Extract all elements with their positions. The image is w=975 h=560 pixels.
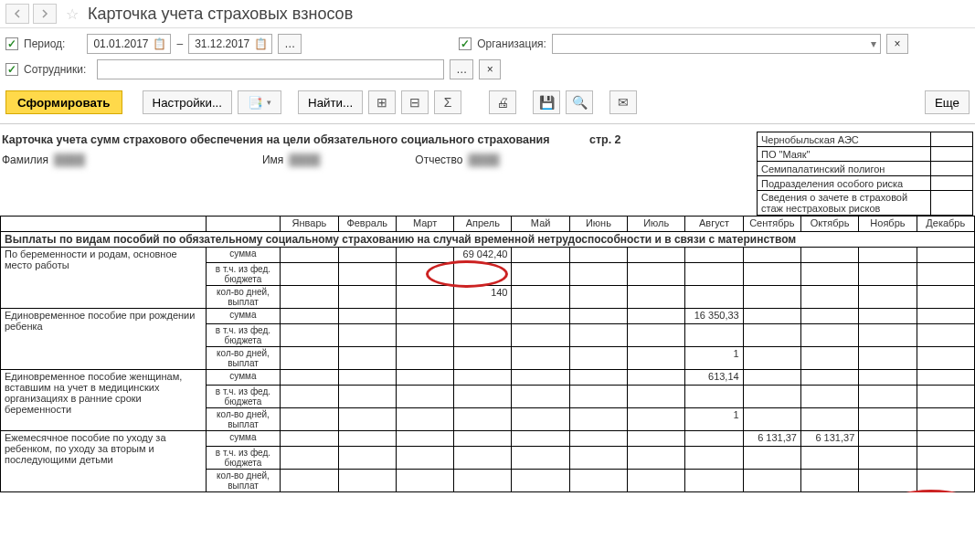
info-value — [931, 147, 973, 162]
data-cell — [512, 431, 569, 447]
data-cell — [454, 370, 512, 386]
more-button-label: Еще — [935, 96, 959, 110]
data-cell — [281, 370, 338, 386]
org-clear-button[interactable]: × — [886, 34, 908, 54]
month-header: Январь — [281, 217, 338, 232]
save-variant-button[interactable]: 📑▾ — [238, 90, 281, 114]
print-button[interactable]: 🖨 — [489, 90, 516, 114]
data-cell — [743, 324, 800, 347]
data-cell — [396, 324, 453, 347]
emp-more-button[interactable]: … — [450, 59, 473, 79]
data-cell — [800, 447, 858, 470]
data-cell — [628, 408, 685, 431]
data-cell — [917, 309, 974, 324]
data-cell — [454, 431, 512, 447]
generate-button[interactable]: Сформировать — [5, 90, 122, 114]
collapse-groups-button[interactable]: ⊟ — [401, 90, 429, 114]
save-file-button[interactable]: 💾 — [533, 90, 560, 114]
data-cell — [917, 286, 974, 309]
data-cell — [685, 286, 743, 309]
chevron-down-icon: ▾ — [267, 98, 271, 107]
section-title: Выплаты по видам пособий по обязательном… — [1, 232, 975, 248]
date-from-input[interactable]: 01.01.2017 📋 — [87, 34, 171, 54]
more-button[interactable]: Еще — [925, 90, 970, 114]
data-cell — [454, 470, 512, 492]
month-header: Август — [685, 217, 743, 232]
page-title: Карточка учета страховых взносов — [88, 5, 353, 24]
data-cell — [454, 263, 512, 286]
data-cell — [917, 248, 974, 263]
data-cell — [396, 309, 453, 324]
info-value — [931, 162, 973, 176]
data-cell — [917, 408, 974, 431]
data-cell — [743, 470, 800, 492]
data-cell — [569, 408, 627, 431]
data-cell — [396, 447, 453, 470]
email-button[interactable]: ✉ — [609, 90, 637, 114]
month-header: Октябрь — [800, 217, 858, 232]
sub-label: в т.ч. из фед. бюджета — [206, 447, 281, 470]
org-checkbox[interactable] — [459, 37, 472, 50]
surname-value: ████ — [54, 153, 85, 166]
data-cell — [859, 470, 917, 492]
sub-label: кол-во дней, выплат — [206, 470, 281, 492]
sub-label: кол-во дней, выплат — [206, 347, 281, 370]
data-cell — [743, 263, 800, 286]
period-dash: – — [176, 37, 183, 50]
month-header: Июнь — [569, 217, 627, 232]
period-more-button[interactable]: … — [278, 34, 302, 54]
report-page-no: стр. 2 — [589, 133, 621, 146]
emp-clear-button[interactable]: × — [479, 59, 501, 79]
data-cell: 6 131,37 — [743, 431, 800, 447]
preview-button[interactable]: 🔍 — [566, 90, 593, 114]
save-icon: 📑 — [248, 96, 263, 110]
data-cell — [454, 309, 512, 324]
data-cell — [454, 408, 512, 431]
sub-label: сумма — [206, 431, 281, 447]
data-cell — [569, 248, 627, 263]
data-cell — [569, 431, 627, 447]
data-cell — [859, 386, 917, 408]
expand-groups-button[interactable]: ⊞ — [368, 90, 396, 114]
data-cell — [512, 370, 569, 386]
data-cell — [628, 370, 685, 386]
data-cell — [800, 370, 858, 386]
data-cell — [859, 347, 917, 370]
sub-label: в т.ч. из фед. бюджета — [206, 324, 281, 347]
favorite-icon[interactable]: ☆ — [66, 5, 79, 23]
arrow-right-icon — [40, 9, 49, 18]
data-cell — [338, 347, 396, 370]
data-cell — [917, 386, 974, 408]
nav-forward-button[interactable] — [33, 4, 57, 24]
info-label: ПО "Маяк" — [758, 147, 931, 162]
emp-input[interactable] — [97, 59, 444, 79]
data-cell — [338, 370, 396, 386]
sub-label: сумма — [206, 370, 281, 386]
data-cell — [743, 286, 800, 309]
month-header: Сентябрь — [743, 217, 800, 232]
period-label: Период: — [24, 37, 65, 50]
month-header: Июль — [628, 217, 685, 232]
month-header: Март — [396, 217, 453, 232]
data-cell — [800, 286, 858, 309]
data-cell — [512, 386, 569, 408]
data-cell — [281, 408, 338, 431]
find-button[interactable]: Найти... — [298, 90, 363, 114]
date-to-input[interactable]: 31.12.2017 📋 — [188, 34, 272, 54]
data-cell — [338, 248, 396, 263]
report-title: Карточка учета сумм страхового обеспечен… — [2, 133, 549, 146]
sub-label: сумма — [206, 248, 281, 263]
settings-button[interactable]: Настройки... — [143, 90, 232, 114]
emp-checkbox[interactable] — [5, 63, 18, 76]
calendar-icon: 📋 — [254, 37, 268, 50]
data-cell — [454, 386, 512, 408]
surname-label: Фамилия — [2, 153, 48, 166]
main-report-table: ЯнварьФевральМартАпрельМайИюньИюльАвгуст… — [0, 216, 975, 492]
org-input[interactable]: ▾ — [552, 34, 881, 54]
math-button[interactable]: Σ — [434, 90, 461, 114]
period-checkbox[interactable] — [5, 37, 18, 50]
data-cell — [569, 286, 627, 309]
info-value — [931, 132, 973, 147]
data-cell — [569, 470, 627, 492]
nav-back-button[interactable] — [5, 4, 29, 24]
